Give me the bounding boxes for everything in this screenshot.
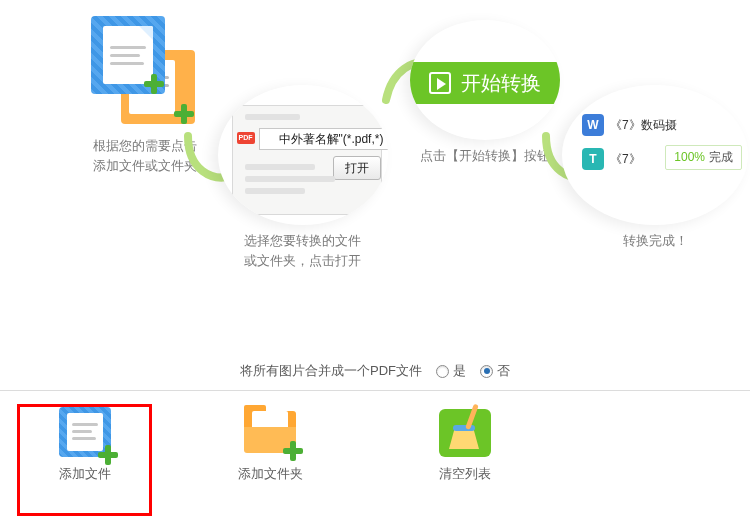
divider [0, 390, 750, 391]
onboard-step-done-caption: 转换完成！ [560, 231, 750, 251]
open-button-illustration: 打开 [333, 156, 381, 180]
radio-icon [480, 365, 493, 378]
play-icon [429, 72, 451, 94]
add-file-icon [55, 405, 115, 461]
onboard-step-choose-caption: 选择您要转换的文件 或文件夹，点击打开 [210, 231, 395, 271]
clear-list-label: 清空列表 [405, 465, 525, 483]
clear-list-icon [435, 405, 495, 461]
onboard-step-choose: PDF 中外著名解"(*.pdf,*) 打开 选择您要转换的文件 或文件夹，点击… [210, 85, 395, 271]
merge-option-row: 将所有图片合并成一个PDF文件 是 否 [0, 362, 750, 380]
merge-radio-yes[interactable]: 是 [436, 362, 466, 380]
onboard-step-done: W 《7》数码摄 T 《7》 100%完成 转换完成！ [560, 85, 750, 251]
result-filename: 《7》 [610, 151, 641, 168]
add-folder-icon [240, 405, 300, 461]
result-filename: 《7》数码摄 [610, 117, 677, 134]
text-icon: T [582, 148, 604, 170]
file-chooser-illustration: PDF 中外著名解"(*.pdf,*) 打开 [218, 85, 388, 225]
filename-field: 中外著名解"(*.pdf,*) [259, 128, 388, 150]
start-illustration: 开始转换 [410, 20, 560, 140]
add-file-button[interactable]: 添加文件 [25, 405, 145, 483]
clear-list-button[interactable]: 清空列表 [405, 405, 525, 483]
merge-label: 将所有图片合并成一个PDF文件 [240, 362, 422, 380]
radio-icon [436, 365, 449, 378]
add-folder-label: 添加文件夹 [210, 465, 330, 483]
merge-radio-no[interactable]: 否 [480, 362, 510, 380]
result-illustration: W 《7》数码摄 T 《7》 100%完成 [562, 85, 748, 225]
progress-badge: 100%完成 [665, 145, 742, 170]
add-file-label: 添加文件 [25, 465, 145, 483]
add-files-illustration [85, 10, 205, 130]
word-icon: W [582, 114, 604, 136]
pdf-badge-icon: PDF [237, 132, 255, 144]
add-folder-button[interactable]: 添加文件夹 [210, 405, 330, 483]
